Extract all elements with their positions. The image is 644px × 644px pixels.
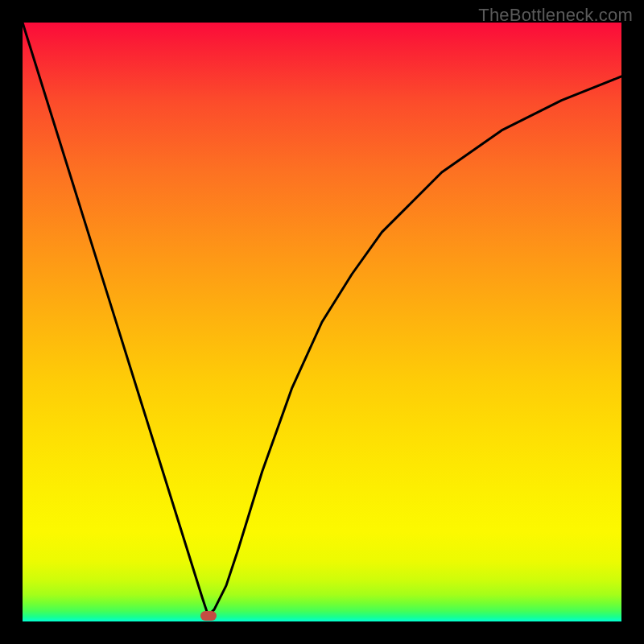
minimum-marker (200, 611, 217, 621)
chart-frame: TheBottleneck.com (0, 0, 644, 644)
watermark-text: TheBottleneck.com (478, 5, 633, 26)
bottleneck-curve (23, 23, 621, 621)
plot-area (23, 23, 621, 621)
